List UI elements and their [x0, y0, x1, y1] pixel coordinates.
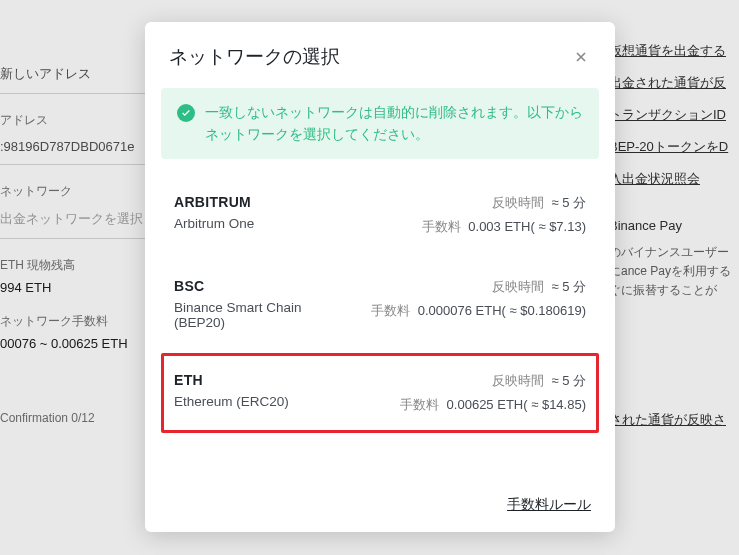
network-name: Binance Smart Chain (BEP20) [174, 300, 344, 330]
network-symbol: BSC [174, 278, 344, 294]
network-time: 反映時間 ≈ 5 分 [422, 194, 586, 212]
network-name: Ethereum (ERC20) [174, 394, 289, 409]
info-banner: 一致しないネットワークは自動的に削除されます。以下からネットワークを選択してくだ… [161, 88, 599, 159]
modal-title: ネットワークの選択 [169, 44, 340, 70]
network-name: Arbitrum One [174, 216, 254, 231]
close-icon [573, 49, 589, 65]
network-select-modal: ネットワークの選択 一致しないネットワークは自動的に削除されます。以下からネット… [145, 22, 615, 532]
network-time: 反映時間 ≈ 5 分 [400, 372, 586, 390]
network-time: 反映時間 ≈ 5 分 [371, 278, 586, 296]
check-circle-icon [177, 104, 195, 122]
network-fee: 手数料 0.000076 ETH( ≈ $0.180619) [371, 302, 586, 320]
network-fee: 手数料 0.003 ETH( ≈ $7.13) [422, 218, 586, 236]
network-symbol: ETH [174, 372, 289, 388]
modal-body[interactable]: 一致しないネットワークは自動的に削除されます。以下からネットワークを選択してくだ… [145, 88, 615, 479]
modal-header: ネットワークの選択 [145, 22, 615, 88]
network-fee: 手数料 0.00625 ETH( ≈ $14.85) [400, 396, 586, 414]
network-option-arbitrum[interactable]: ARBITRUMArbitrum One反映時間 ≈ 5 分手数料 0.003 … [161, 175, 599, 255]
network-symbol: ARBITRUM [174, 194, 254, 210]
network-option-eth[interactable]: ETHEthereum (ERC20)反映時間 ≈ 5 分手数料 0.00625… [161, 353, 599, 433]
modal-footer: 手数料ルール [145, 479, 615, 532]
close-button[interactable] [571, 47, 591, 67]
fee-rules-link[interactable]: 手数料ルール [507, 496, 591, 512]
info-text: 一致しないネットワークは自動的に削除されます。以下からネットワークを選択してくだ… [205, 102, 583, 145]
network-option-bsc[interactable]: BSCBinance Smart Chain (BEP20)反映時間 ≈ 5 分… [161, 259, 599, 349]
